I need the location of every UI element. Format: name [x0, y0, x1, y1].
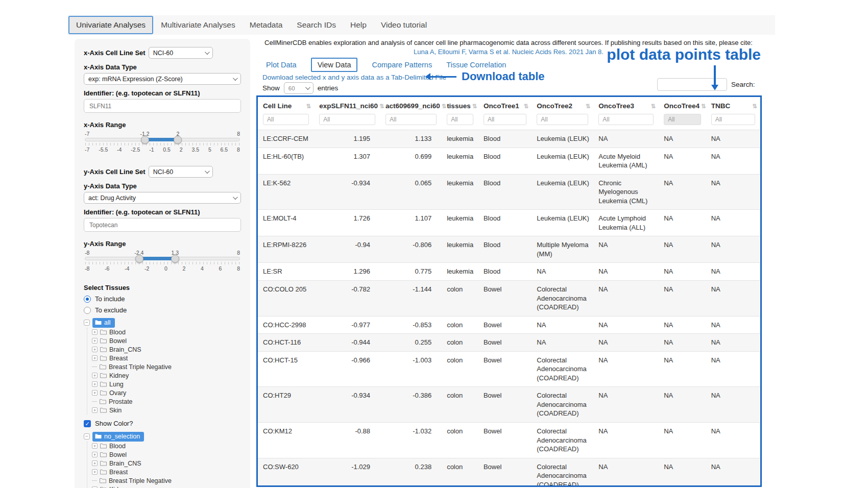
tree-item-blood[interactable]: +Blood: [92, 442, 241, 450]
x-range-slider[interactable]: -7-1.228-7-5.5-4-2.5-10.523.556.58: [85, 131, 240, 153]
expand-icon[interactable]: +: [92, 373, 98, 378]
sort-icon[interactable]: ⇅: [306, 103, 311, 110]
radio-to-include[interactable]: To include: [84, 295, 241, 303]
expand-icon[interactable]: +: [92, 443, 98, 449]
tree-item-prostate[interactable]: Prostate: [92, 397, 241, 406]
expand-icon[interactable]: +: [92, 355, 98, 361]
filter-input-oncotree3[interactable]: [598, 114, 654, 125]
filter-input-oncotree4[interactable]: [664, 114, 701, 125]
expand-icon[interactable]: +: [92, 329, 98, 335]
cell-cell-line: LE:K-562: [258, 174, 314, 210]
column-header-act609699-nci60[interactable]: act609699_nci60⇅: [380, 97, 442, 113]
slider-handle-high[interactable]: [171, 255, 179, 263]
tree-item-brain-cns[interactable]: +Brain_CNS: [92, 459, 241, 468]
collapse-icon[interactable]: −: [84, 433, 90, 440]
tree-item-breast-triple-negative[interactable]: Breast Triple Negative: [92, 362, 241, 371]
tree-item-blood[interactable]: +Blood: [92, 328, 241, 336]
filter-input-act609699-nci60[interactable]: [385, 114, 437, 125]
tab-view-data[interactable]: View Data: [311, 58, 358, 72]
tree-item-bowel[interactable]: +Bowel: [92, 450, 241, 459]
nav-item-metadata[interactable]: Metadata: [243, 17, 290, 33]
y-range-slider[interactable]: -8-2.41.38-8-6-4-202468: [85, 250, 240, 272]
cell-tnbc: NA: [706, 351, 760, 387]
tab-tissue-correlation[interactable]: Tissue Correlation: [446, 61, 506, 69]
entries-count-select[interactable]: 60: [284, 82, 314, 94]
slider-track[interactable]: [85, 138, 240, 141]
filter-input-oncotree1[interactable]: [484, 114, 526, 125]
sort-icon[interactable]: ⇅: [524, 103, 529, 110]
tree-root-no-selection[interactable]: −no_selection: [84, 431, 241, 442]
slider-track[interactable]: [85, 257, 240, 260]
tab-compare-patterns[interactable]: Compare Patterns: [372, 61, 432, 69]
tab-plot-data[interactable]: Plot Data: [266, 61, 297, 69]
tree-item-ovary[interactable]: +Ovary: [92, 388, 241, 397]
tree-item-bowel[interactable]: +Bowel: [92, 336, 241, 345]
cell-oncotree4: NA: [659, 281, 706, 316]
x-data-type-select[interactable]: exp: mRNA Expression (Z-Score): [84, 73, 241, 85]
nav-item-multivariate-analyses[interactable]: Multivariate Analyses: [154, 17, 242, 33]
expand-icon[interactable]: +: [92, 390, 98, 396]
data-table: Cell Line⇅expSLFN11_nci60⇅act609699_nci6…: [258, 97, 760, 487]
slider-handle-low[interactable]: [135, 255, 143, 263]
tree-root-all[interactable]: −all: [84, 318, 241, 328]
slider-handle-low[interactable]: [141, 136, 149, 144]
column-header-tissues[interactable]: tissues⇅: [442, 97, 478, 113]
download-tab-delimited-link[interactable]: Download selected x and y axis data as a…: [262, 74, 446, 81]
filter-input-tnbc[interactable]: [711, 114, 755, 125]
slider-tick-label: -2: [144, 265, 149, 272]
table-row: CO:HCC-2998-0.977-0.853colonBowelNANANAN…: [258, 316, 760, 334]
column-header-expslfn11-nci60[interactable]: expSLFN11_nci60⇅: [314, 97, 380, 113]
filter-input-tissues[interactable]: [447, 114, 473, 125]
sort-icon[interactable]: ⇅: [442, 103, 447, 110]
cell-oncotree1: Bowel: [478, 423, 532, 458]
cell-tnbc: NA: [706, 281, 760, 316]
sort-icon[interactable]: ⇅: [651, 103, 656, 110]
column-header-oncotree2[interactable]: OncoTree2⇅: [532, 97, 593, 113]
show-color-checkbox[interactable]: Show Color?: [84, 420, 241, 427]
expand-icon[interactable]: +: [92, 460, 98, 466]
nav-item-video-tutorial[interactable]: Video tutorial: [374, 17, 433, 33]
tree-item-kidney[interactable]: +Kidney: [92, 485, 241, 488]
nav-item-help[interactable]: Help: [344, 17, 373, 33]
expand-icon[interactable]: +: [92, 469, 98, 475]
radio-icon: [84, 296, 91, 303]
tree-item-kidney[interactable]: +Kidney: [92, 371, 241, 380]
column-header-cell-line[interactable]: Cell Line⇅: [258, 97, 314, 113]
column-header-oncotree3[interactable]: OncoTree3⇅: [593, 97, 659, 113]
sort-icon[interactable]: ⇅: [379, 103, 384, 110]
column-header-tnbc[interactable]: TNBC⇅: [706, 97, 760, 113]
tree-item-skin[interactable]: +Skin: [92, 406, 241, 414]
x-identifier-label: Identifier: (e.g. topotecan or SLFN11): [84, 89, 241, 97]
collapse-icon[interactable]: −: [84, 320, 90, 326]
tree-item-breast-triple-negative[interactable]: Breast Triple Negative: [92, 476, 241, 485]
expand-icon[interactable]: +: [92, 452, 98, 457]
sort-icon[interactable]: ⇅: [701, 103, 706, 110]
filter-input-cell-line[interactable]: [263, 114, 309, 125]
folder-icon: [100, 469, 107, 475]
radio-to-exclude[interactable]: To exclude: [84, 306, 241, 314]
y-identifier-input[interactable]: [84, 218, 241, 232]
expand-icon[interactable]: +: [92, 338, 98, 344]
sort-icon[interactable]: ⇅: [472, 103, 477, 110]
tree-item-breast[interactable]: +Breast: [92, 468, 241, 476]
sort-icon[interactable]: ⇅: [586, 103, 591, 110]
expand-icon[interactable]: +: [92, 407, 98, 413]
tree-item-brain-cns[interactable]: +Brain_CNS: [92, 345, 241, 354]
y-data-type-select[interactable]: act: Drug Activity: [84, 192, 241, 204]
y-cell-line-set-select[interactable]: NCI-60: [149, 166, 213, 178]
cell-expslfn11-nci60: -0.934: [314, 387, 380, 423]
x-identifier-input[interactable]: [84, 99, 241, 113]
column-header-oncotree1[interactable]: OncoTree1⇅: [478, 97, 532, 113]
column-header-oncotree4[interactable]: OncoTree4⇅: [659, 97, 706, 113]
sort-icon[interactable]: ⇅: [752, 103, 757, 110]
expand-icon[interactable]: +: [92, 347, 98, 352]
filter-input-oncotree2[interactable]: [537, 114, 588, 125]
expand-icon[interactable]: +: [92, 381, 98, 387]
nav-item-univariate-analyses[interactable]: Univariate Analyses: [68, 16, 153, 34]
slider-handle-high[interactable]: [174, 136, 182, 144]
tree-item-lung[interactable]: +Lung: [92, 380, 241, 388]
x-cell-line-set-select[interactable]: NCI-60: [149, 47, 213, 59]
filter-input-expslfn11-nci60[interactable]: [319, 114, 375, 125]
tree-item-breast[interactable]: +Breast: [92, 354, 241, 362]
nav-item-search-ids[interactable]: Search IDs: [290, 17, 343, 33]
